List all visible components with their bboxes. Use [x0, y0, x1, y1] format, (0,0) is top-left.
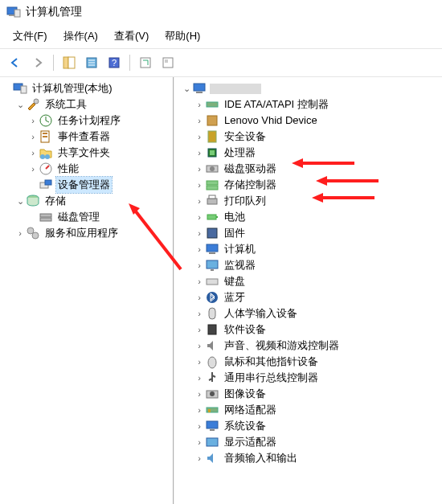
expand-twisty[interactable]: › — [194, 161, 205, 177]
expand-twisty[interactable]: › — [194, 273, 205, 289]
dev-imaging[interactable]: › 图像设备 — [181, 386, 440, 402]
dev-network[interactable]: › 网络适配器 — [181, 402, 440, 418]
expand-twisty[interactable]: › — [194, 402, 205, 418]
expand-twisty[interactable]: › — [194, 257, 205, 273]
expand-twisty[interactable]: › — [194, 354, 205, 370]
svg-rect-11 — [141, 58, 150, 68]
device-root-label — [210, 84, 261, 94]
collapse-twisty[interactable]: ⌄ — [14, 193, 26, 209]
collapse-twisty[interactable]: ⌄ — [14, 96, 26, 113]
menu-view[interactable]: 查看(V) — [106, 26, 157, 47]
device-tree-pane[interactable]: ⌄ › IDE ATA/ATAPI 控制器 › Lenovo Vhid Devi… — [174, 77, 442, 504]
hid-icon — [205, 306, 219, 321]
expand-twisty[interactable]: › — [194, 370, 205, 386]
network-adapter-icon — [205, 403, 219, 417]
device-label: 打印队列 — [223, 193, 268, 209]
dev-mice[interactable]: › 鼠标和其他指针设备 — [181, 354, 440, 370]
expand-twisty[interactable]: › — [194, 434, 205, 450]
expand-twisty[interactable]: › — [194, 129, 205, 145]
expand-twisty[interactable]: › — [194, 386, 205, 402]
svg-point-22 — [45, 154, 50, 159]
expand-twisty[interactable]: › — [27, 161, 39, 177]
device-label: 磁盘驱动器 — [223, 161, 278, 177]
expand-twisty[interactable]: › — [194, 145, 205, 161]
console-tree-pane[interactable]: 计算机管理(本地) ⌄ 系统工具 › 任务计划程序 — [0, 77, 174, 504]
device-tree[interactable]: ⌄ › IDE ATA/ATAPI 控制器 › Lenovo Vhid Devi… — [179, 77, 442, 469]
expand-twisty[interactable]: › — [27, 129, 39, 145]
dev-ide-ata[interactable]: › IDE ATA/ATAPI 控制器 — [181, 96, 440, 113]
dev-usb[interactable]: › 通用串行总线控制器 — [181, 370, 440, 386]
dev-disk-drives[interactable]: › 磁盘驱动器 — [181, 161, 440, 177]
tree-device-manager[interactable]: 设备管理器 — [2, 177, 171, 193]
expand-twisty[interactable]: › — [194, 305, 205, 322]
expand-twisty[interactable]: › — [27, 145, 39, 161]
software-device-icon — [205, 322, 219, 337]
dev-sound[interactable]: › 声音、视频和游戏控制器 — [181, 338, 440, 354]
properties-button[interactable] — [81, 52, 102, 73]
svg-rect-54 — [208, 325, 216, 334]
dev-keyboards[interactable]: › 键盘 — [181, 273, 440, 289]
forward-button[interactable] — [27, 52, 48, 73]
back-button[interactable] — [5, 52, 26, 73]
expand-twisty[interactable]: › — [194, 241, 205, 257]
expand-twisty[interactable]: › — [194, 177, 205, 193]
dev-print-queues[interactable]: › 打印队列 — [181, 193, 440, 209]
expand-twisty[interactable]: › — [194, 338, 205, 354]
device-label: 通用串行总线控制器 — [223, 370, 320, 386]
expand-twisty[interactable]: › — [194, 225, 205, 241]
menu-file[interactable]: 文件(F) — [5, 26, 55, 47]
toolbar-divider — [129, 55, 130, 71]
expand-twisty[interactable]: › — [194, 322, 205, 338]
refresh-button[interactable] — [135, 52, 156, 73]
expand-twisty[interactable]: › — [194, 450, 205, 466]
dev-system-devices[interactable]: › 系统设备 — [181, 418, 440, 434]
tree-storage[interactable]: ⌄ 存储 — [2, 193, 171, 209]
dev-monitors[interactable]: › 监视器 — [181, 257, 440, 273]
menu-action[interactable]: 操作(A) — [55, 26, 106, 47]
dev-audio-io[interactable]: › 音频输入和输出 — [181, 450, 440, 466]
dev-bluetooth[interactable]: › 蓝牙 — [181, 289, 440, 305]
dev-firmware[interactable]: › 固件 — [181, 225, 440, 241]
expand-twisty[interactable]: › — [194, 113, 205, 129]
device-label: 蓝牙 — [223, 289, 247, 305]
device-label: 图像设备 — [223, 386, 268, 402]
battery-icon — [205, 210, 219, 224]
tree-disk-management[interactable]: 磁盘管理 — [2, 209, 171, 225]
svg-rect-35 — [208, 131, 216, 142]
dev-hid[interactable]: › 人体学输入设备 — [181, 305, 440, 322]
dev-batteries[interactable]: › 电池 — [181, 209, 440, 225]
tree-task-scheduler[interactable]: › 任务计划程序 — [2, 113, 171, 129]
dev-computer[interactable]: › 计算机 — [181, 241, 440, 257]
dev-lenovo-vhid[interactable]: › Lenovo Vhid Device — [181, 113, 440, 129]
expand-twisty[interactable]: › — [194, 96, 205, 113]
help-button[interactable]: ? — [104, 52, 125, 73]
dev-display-adapters[interactable]: › 显示适配器 — [181, 434, 440, 450]
expand-twisty[interactable]: › — [27, 113, 39, 129]
expand-twisty[interactable]: › — [194, 193, 205, 209]
expand-twisty[interactable]: › — [194, 418, 205, 434]
svg-point-30 — [32, 232, 39, 239]
device-root[interactable]: ⌄ — [181, 80, 440, 96]
show-hide-tree-button[interactable] — [59, 52, 80, 73]
dev-processors[interactable]: › 处理器 — [181, 145, 440, 161]
tree-services-apps[interactable]: › 服务和应用程序 — [2, 225, 171, 241]
expand-twisty[interactable]: › — [194, 289, 205, 305]
svg-rect-48 — [209, 252, 215, 254]
extra-button[interactable] — [158, 52, 178, 73]
tree-event-viewer[interactable]: › 事件查看器 — [2, 129, 171, 145]
expand-twisty[interactable]: › — [194, 209, 205, 225]
dev-security[interactable]: › 安全设备 — [181, 129, 440, 145]
svg-rect-2 — [14, 10, 20, 17]
tree-shared-folders[interactable]: › 共享文件夹 — [2, 145, 171, 161]
expand-twisty[interactable]: › — [14, 225, 26, 241]
keyboard-icon — [205, 274, 219, 289]
tree-root-computer-management[interactable]: 计算机管理(本地) — [2, 80, 171, 96]
dev-software-devices[interactable]: › 软件设备 — [181, 322, 440, 338]
console-tree[interactable]: 计算机管理(本地) ⌄ 系统工具 › 任务计划程序 — [0, 77, 173, 244]
tree-performance[interactable]: › 性能 — [2, 161, 171, 177]
collapse-twisty[interactable]: ⌄ — [181, 80, 192, 96]
svg-rect-47 — [207, 244, 218, 252]
tree-system-tools[interactable]: ⌄ 系统工具 — [2, 96, 171, 113]
menu-help[interactable]: 帮助(H) — [157, 26, 208, 47]
dev-storage-controllers[interactable]: › 存储控制器 — [181, 177, 440, 193]
